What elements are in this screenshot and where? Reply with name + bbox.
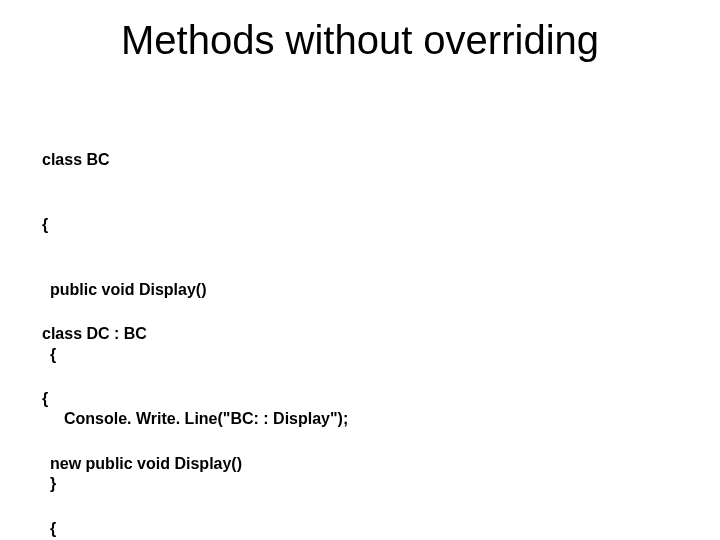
code-line: { [42,388,348,410]
code-line: new public void Display() [42,453,348,475]
code-line: { [42,518,348,540]
slide-title: Methods without overriding [0,18,720,63]
code-line: class BC [42,149,348,171]
code-line: { [42,214,348,236]
slide: Methods without overriding class BC { pu… [0,0,720,540]
code-line: class DC : BC [42,323,348,345]
code-block-dc: class DC : BC { new public void Display(… [42,280,348,540]
